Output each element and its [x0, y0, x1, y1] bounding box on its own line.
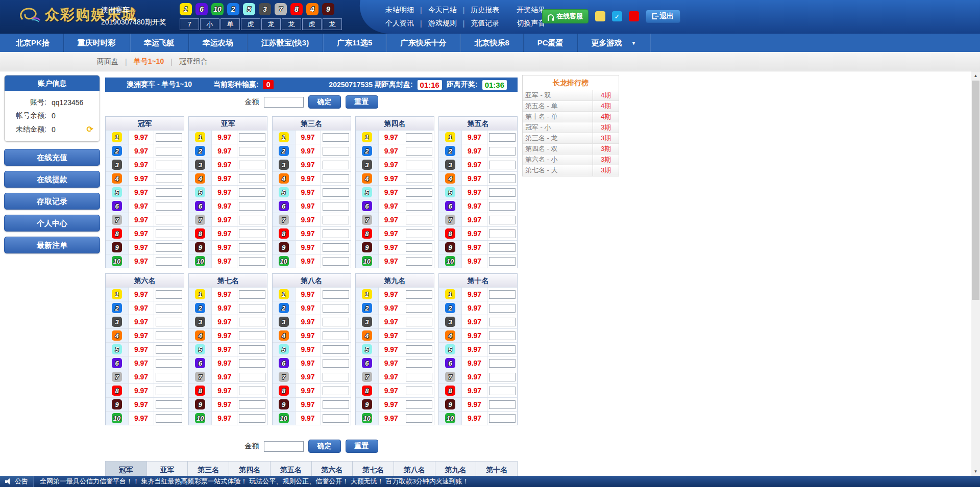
bet-amount-input[interactable]: [239, 359, 265, 368]
bet-amount-input[interactable]: [156, 290, 182, 299]
bet-amount-input[interactable]: [323, 133, 349, 142]
nav-item-9[interactable]: PC蛋蛋: [524, 34, 578, 52]
bottom-tab-6[interactable]: 第六名: [312, 462, 353, 476]
top-menu-item-r1-4[interactable]: 开奖结果: [517, 6, 545, 15]
bet-amount-input[interactable]: [406, 318, 432, 326]
bottom-tab-4[interactable]: 第四名: [229, 462, 271, 476]
bet-amount-input[interactable]: [239, 202, 265, 211]
bet-amount-input[interactable]: [239, 174, 265, 183]
bet-amount-input[interactable]: [323, 202, 349, 211]
bet-amount-input[interactable]: [239, 304, 265, 313]
bet-amount-input[interactable]: [406, 161, 432, 169]
bet-amount-input[interactable]: [406, 216, 432, 224]
bet-amount-input[interactable]: [323, 345, 349, 354]
bottom-tab-1[interactable]: 冠军: [106, 462, 147, 476]
bet-amount-input[interactable]: [156, 229, 182, 238]
top-menu-item-r2-3[interactable]: 充值记录: [471, 19, 499, 28]
online-service-button[interactable]: 在线客服: [542, 9, 589, 23]
bet-amount-input[interactable]: [156, 387, 182, 395]
bet-amount-input[interactable]: [156, 174, 182, 183]
bet-amount-input[interactable]: [239, 400, 265, 409]
bet-amount-input[interactable]: [239, 147, 265, 156]
scroll-down-icon[interactable]: ▼: [971, 467, 980, 476]
top-menu-item-r2-4[interactable]: 切换声音: [517, 19, 545, 28]
nav-item-10[interactable]: 更多游戏▼: [578, 34, 651, 52]
amount-input[interactable]: [264, 441, 304, 452]
bet-amount-input[interactable]: [323, 318, 349, 326]
bet-amount-input[interactable]: [239, 257, 265, 266]
yellow-status-icon[interactable]: [595, 11, 605, 21]
bet-amount-input[interactable]: [323, 400, 349, 409]
bet-amount-input[interactable]: [156, 257, 182, 266]
bet-amount-input[interactable]: [489, 216, 516, 224]
bet-amount-input[interactable]: [406, 359, 432, 368]
bet-amount-input[interactable]: [323, 147, 349, 156]
bet-amount-input[interactable]: [489, 161, 516, 169]
bet-amount-input[interactable]: [239, 133, 265, 142]
top-menu-item-r1-1[interactable]: 未结明细: [385, 6, 414, 15]
bet-amount-input[interactable]: [323, 414, 349, 423]
bet-amount-input[interactable]: [406, 202, 432, 211]
nav-item-5[interactable]: 江苏骰宝(快3): [248, 34, 323, 52]
bet-amount-input[interactable]: [323, 387, 349, 395]
bet-amount-input[interactable]: [323, 257, 349, 266]
bottom-tab-10[interactable]: 第十名: [476, 462, 517, 476]
subnav-item-3[interactable]: 冠亚组合: [179, 57, 208, 66]
bet-amount-input[interactable]: [406, 229, 432, 238]
bet-amount-input[interactable]: [323, 161, 349, 169]
bet-amount-input[interactable]: [323, 304, 349, 313]
bet-amount-input[interactable]: [489, 188, 516, 197]
bet-amount-input[interactable]: [406, 345, 432, 354]
bet-amount-input[interactable]: [323, 216, 349, 224]
red-status-icon[interactable]: [629, 11, 639, 21]
confirm-button[interactable]: 确定: [308, 95, 341, 109]
nav-item-8[interactable]: 北京快乐8: [460, 34, 523, 52]
bet-amount-input[interactable]: [239, 188, 265, 197]
reset-button[interactable]: 重置: [346, 440, 378, 453]
bet-amount-input[interactable]: [239, 414, 265, 423]
bet-amount-input[interactable]: [489, 133, 516, 142]
bet-amount-input[interactable]: [489, 304, 516, 313]
bet-amount-input[interactable]: [489, 373, 516, 381]
bet-amount-input[interactable]: [406, 304, 432, 313]
bet-amount-input[interactable]: [239, 331, 265, 340]
top-menu-item-r2-1[interactable]: 个人资讯: [385, 19, 414, 28]
bet-amount-input[interactable]: [156, 133, 182, 142]
bet-amount-input[interactable]: [156, 318, 182, 326]
bet-amount-input[interactable]: [323, 188, 349, 197]
bottom-tab-8[interactable]: 第八名: [394, 462, 435, 476]
bet-amount-input[interactable]: [489, 257, 516, 266]
sidebar-button-3[interactable]: 存取记录: [4, 193, 100, 210]
bottom-tab-5[interactable]: 第五名: [271, 462, 312, 476]
bet-amount-input[interactable]: [489, 147, 516, 156]
top-menu-item-r1-3[interactable]: 历史报表: [471, 6, 499, 15]
sidebar-button-2[interactable]: 在线提款: [4, 171, 100, 188]
bottom-tab-2[interactable]: 亚军: [147, 462, 188, 476]
bet-amount-input[interactable]: [489, 331, 516, 340]
bet-amount-input[interactable]: [406, 290, 432, 299]
reset-button[interactable]: 重置: [346, 95, 378, 109]
vertical-scrollbar[interactable]: ▲ ▼: [971, 71, 980, 476]
bet-amount-input[interactable]: [489, 400, 516, 409]
bet-amount-input[interactable]: [406, 387, 432, 395]
top-menu-item-r1-2[interactable]: 今天已结: [428, 6, 457, 15]
bet-amount-input[interactable]: [239, 318, 265, 326]
bet-amount-input[interactable]: [489, 387, 516, 395]
bet-amount-input[interactable]: [239, 387, 265, 395]
bet-amount-input[interactable]: [406, 174, 432, 183]
sidebar-button-5[interactable]: 最新注单: [4, 237, 100, 253]
bet-amount-input[interactable]: [239, 216, 265, 224]
bet-amount-input[interactable]: [156, 202, 182, 211]
bet-amount-input[interactable]: [323, 290, 349, 299]
scroll-up-icon[interactable]: ▲: [971, 71, 980, 80]
bet-amount-input[interactable]: [489, 414, 516, 423]
bet-amount-input[interactable]: [323, 331, 349, 340]
bet-amount-input[interactable]: [406, 373, 432, 381]
bet-amount-input[interactable]: [156, 331, 182, 340]
bet-amount-input[interactable]: [489, 202, 516, 211]
check-status-icon[interactable]: ✓: [612, 11, 622, 21]
bet-amount-input[interactable]: [156, 188, 182, 197]
bet-amount-input[interactable]: [156, 345, 182, 354]
nav-item-4[interactable]: 幸运农场: [189, 34, 248, 52]
bet-amount-input[interactable]: [239, 161, 265, 169]
